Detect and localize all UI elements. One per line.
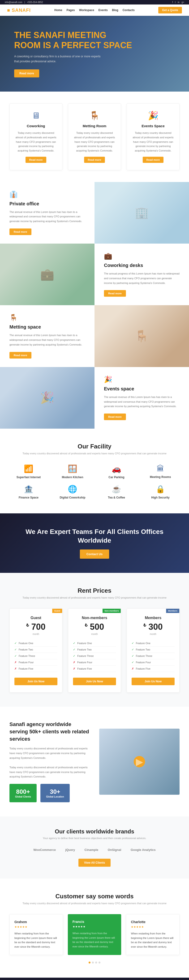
meetingrooms-label: Meeting Rooms <box>141 476 179 479</box>
topbar-phone[interactable]: +555-554-9852 <box>27 1 43 3</box>
events-decor: 🎉 <box>40 391 54 404</box>
service-btn-events[interactable]: Read more <box>143 157 164 163</box>
play-button[interactable]: ▶ <box>134 756 145 767</box>
nav-home[interactable]: Home <box>54 8 62 12</box>
cta-button[interactable]: Contact Us <box>80 549 109 559</box>
feature-btn-cowork[interactable]: Read more <box>104 290 126 297</box>
facility-grid: 📶 Superfast Internet 🪟 Modern Kitchen 🚗 … <box>10 464 179 499</box>
feature-meeting-space: 🪑 Metting space The annual revenue of th… <box>0 305 189 367</box>
nav-contacts[interactable]: Contacts <box>123 8 135 12</box>
hero-cta-button[interactable]: Read more <box>14 69 39 77</box>
facility-title: Our Facility <box>10 443 179 450</box>
meeting-icon: 🪑 <box>73 111 116 121</box>
service-title-coworking: Coworking <box>14 124 58 128</box>
dot-4[interactable] <box>99 962 101 964</box>
service-title-events: Events Space <box>131 124 175 128</box>
price-number-guest: 700 <box>31 622 45 632</box>
site-logo[interactable]: ■ SANAFI <box>7 8 31 13</box>
service-btn-coworking[interactable]: Read more <box>26 157 46 163</box>
testimonials-section: Customer say some words Today every coun… <box>0 878 189 978</box>
facility-item-digital: 🌐 Digital Coworkship <box>53 485 92 499</box>
price-currency-member: ₺ <box>143 623 146 628</box>
dot-1[interactable] <box>88 962 90 964</box>
clients-section: Our clients worldwide brands Your agency… <box>0 816 189 878</box>
facebook-icon[interactable]: f <box>172 1 173 3</box>
service-desc-events: Today every country discovered almost of… <box>131 131 175 153</box>
price-btn-guest[interactable]: Join Us Now <box>14 678 58 685</box>
meeting-decor: 🪑 <box>135 329 149 343</box>
facility-item-meetingrooms: 🏛 Meeting Rooms <box>141 464 179 479</box>
stat-clients-number: 800+ <box>15 788 31 795</box>
office-room-decor: 🏢 <box>135 206 149 219</box>
hero-headline-post: IS A PERFECT SPACE <box>43 40 132 50</box>
price-feature-m-4: ✓Feature Four <box>131 659 175 666</box>
nav-pages[interactable]: Pages <box>66 8 75 12</box>
testimonial-stars-francis: ★★★★★ <box>72 925 117 928</box>
feature-btn-office[interactable]: Read more <box>10 229 31 235</box>
linkedin-icon[interactable]: in <box>178 1 179 3</box>
topbar-email[interactable]: info@sanafi.com <box>5 1 22 3</box>
nav-cta-button[interactable]: Get a Quote <box>158 7 182 13</box>
meetingrooms-icon: 🏛 <box>141 464 179 473</box>
testimonial-card-francis: Francis ★★★★★ When restarting from from … <box>68 914 122 955</box>
kitchen-label: Modern Kitchen <box>53 476 92 479</box>
dot-2[interactable] <box>92 962 94 964</box>
digital-icon: 🌐 <box>53 485 92 493</box>
kitchen-icon: 🪟 <box>53 464 92 473</box>
coworking-icon: 🖥 <box>14 111 58 121</box>
feature-content-cowork: 💼 Coworking desks The annual progress of… <box>94 243 189 305</box>
feature-title-office: Private office <box>10 201 85 207</box>
price-btn-member[interactable]: Join Us Now <box>131 678 175 685</box>
price-feature-m-5: ✗Feature Five <box>131 666 175 672</box>
feature-btn-events-space[interactable]: Read more <box>104 414 126 420</box>
feature-content-events: 🎉 Events space The annual revenue of thi… <box>94 367 189 429</box>
feature-btn-meeting-space[interactable]: Read more <box>10 352 31 358</box>
service-title-meeting: Metting Room <box>73 124 116 128</box>
feature-title-events: Events space <box>104 386 179 391</box>
stat-location-label: Global Location <box>46 795 64 798</box>
price-amount-guest: ₺ 700 <box>14 622 58 632</box>
testimonial-name-charlotte: Charlotte <box>131 920 175 924</box>
feature-content-office: 👔 Private office The annual revenue of t… <box>0 182 94 243</box>
twitter-icon[interactable]: t <box>175 1 176 3</box>
price-feature-guest-2: ✓Feature Two <box>14 646 58 653</box>
hero-headline-pre: THE SANAFI <box>14 30 67 40</box>
price-card-guest: Guest Guest ₺ 700 month ✓Feature One ✓Fe… <box>10 608 62 692</box>
google-icon[interactable]: g+ <box>182 1 184 3</box>
pricing-section: Rent Prices Today every country discover… <box>0 573 189 707</box>
cta-headline: We Are Expert Teams For All Clients Offi… <box>10 528 179 545</box>
nav-workspace[interactable]: Workspace <box>79 8 94 12</box>
client-logo-woocommerce: WooCommerce <box>33 848 56 851</box>
client-logo-onsignal: OnSignal <box>108 848 121 851</box>
hero-content: THE SANAFI MEETING ROOM IS A PERFECT SPA… <box>14 30 132 77</box>
agency-content: Sanafi agency worldwide serving 50k+ cli… <box>10 721 90 802</box>
price-number-member: 300 <box>148 622 163 632</box>
testimonial-stars-grahem: ★★★★★ <box>14 925 58 929</box>
facility-item-internet: 📶 Superfast Internet <box>10 464 48 479</box>
clients-cta-button[interactable]: View All Clients <box>78 859 111 867</box>
nav-events[interactable]: Events <box>99 8 108 12</box>
price-btn-nonmember[interactable]: Join Us Now <box>73 678 116 685</box>
price-badge-member: Members <box>166 609 179 613</box>
feature-desc-cowork: The annual progress of this Lorem Ipsum … <box>104 271 179 285</box>
testimonials-sub: Today every country discovered almost of… <box>10 902 179 905</box>
pricing-title: Rent Prices <box>10 587 179 594</box>
price-type-nonmember: Non-members <box>73 616 116 620</box>
events-space-icon: 🎉 <box>104 375 179 383</box>
hero-description: A coworking or consultancy firm is a bus… <box>14 54 104 64</box>
feature-img-events: 🎉 <box>0 367 94 429</box>
service-btn-meeting[interactable]: Read more <box>84 157 105 163</box>
price-features-member: ✓Feature One ✓Feature Two ✓Feature Three… <box>131 640 175 672</box>
testimonial-name-grahem: Grahem <box>14 920 58 924</box>
stat-global-clients: 800+ Global Clients <box>10 784 37 802</box>
digital-label: Digital Coworkship <box>53 496 92 499</box>
testimonial-card-grahem: Grahem ★★★★★ When restarting from from t… <box>10 914 63 955</box>
hero-section: THE SANAFI MEETING ROOM IS A PERFECT SPA… <box>0 16 189 92</box>
agency-desc1: Today every country discovered almost of… <box>10 746 90 760</box>
dot-3[interactable] <box>95 962 97 964</box>
price-card-member: Members Members ₺ 300 month ✓Feature One… <box>127 608 179 692</box>
stat-location-number: 30+ <box>46 788 64 795</box>
nav-blog[interactable]: Blog <box>112 8 119 12</box>
finance-icon: 🏦 <box>10 485 48 493</box>
testimonial-text-charlotte: When restarting from from the beginning … <box>131 931 175 949</box>
